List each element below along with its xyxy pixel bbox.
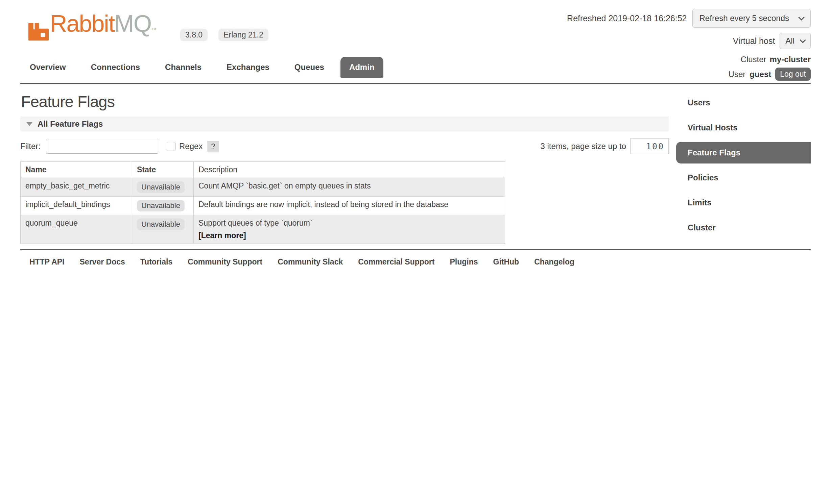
chevron-down-icon (800, 37, 806, 43)
items-summary: 3 items, page size up to (541, 142, 626, 151)
cluster-name: my-cluster (770, 55, 811, 64)
sidebar-item-policies[interactable]: Policies (676, 165, 811, 190)
sidebar-item-users[interactable]: Users (676, 90, 811, 115)
table-row: implicit_default_bindings Unavailable De… (21, 197, 505, 215)
table-row: quorum_queue Unavailable Support queues … (21, 215, 505, 244)
erlang-badge: Erlang 21.2 (218, 29, 268, 41)
rabbitmq-management-page: RabbitMQ™ 3.8.0 Erlang 21.2 Refreshed 20… (0, 0, 831, 504)
status-badge: Unavailable (137, 181, 185, 193)
header-status-area: Refreshed 2019-02-18 16:26:52 Refresh ev… (567, 9, 811, 81)
nav-tab-channels[interactable]: Channels (156, 57, 210, 78)
status-badge: Unavailable (137, 219, 185, 230)
rabbitmq-logo[interactable]: RabbitMQ™ (28, 13, 157, 41)
footer-link-changelog[interactable]: Changelog (534, 257, 574, 267)
flag-name: quorum_queue (21, 215, 132, 244)
flag-description: Default bindings are now implicit, inste… (194, 197, 505, 215)
nav-tab-exchanges[interactable]: Exchanges (218, 57, 278, 78)
learn-more-link[interactable]: [Learn more] (198, 231, 246, 240)
main-nav: Overview Connections Channels Exchanges … (21, 57, 391, 78)
section-header-all-feature-flags[interactable]: All Feature Flags (20, 117, 669, 131)
page-title: Feature Flags (21, 92, 669, 111)
column-header-name: Name (21, 162, 132, 178)
footer-link-community-slack[interactable]: Community Slack (278, 257, 343, 267)
footer-link-tutorials[interactable]: Tutorials (140, 257, 172, 267)
footer-link-http-api[interactable]: HTTP API (29, 257, 65, 267)
nav-tab-queues[interactable]: Queues (286, 57, 333, 78)
nav-divider (20, 83, 811, 84)
regex-help-button[interactable]: ? (207, 141, 219, 152)
brand-text: RabbitMQ™ (50, 13, 157, 41)
cluster-label: Cluster (741, 55, 766, 64)
flag-name: empty_basic_get_metric (21, 178, 132, 197)
table-header-row: Name State Description (21, 162, 505, 178)
flag-name: implicit_default_bindings (21, 197, 132, 215)
regex-checkbox[interactable] (167, 142, 176, 151)
filter-row: Filter: Regex ? 3 items, page size up to (20, 138, 669, 154)
footer-link-github[interactable]: GitHub (493, 257, 519, 267)
version-badge: 3.8.0 (180, 29, 208, 41)
version-badges: 3.8.0 Erlang 21.2 (180, 29, 268, 41)
footer-divider (20, 249, 811, 250)
section-title: All Feature Flags (38, 119, 103, 129)
sidebar-item-virtual-hosts[interactable]: Virtual Hosts (676, 115, 811, 140)
sidebar-item-feature-flags[interactable]: Feature Flags (676, 142, 811, 163)
refresh-interval-select[interactable]: Refresh every 5 seconds (692, 9, 811, 28)
flag-description: Count AMQP `basic.get` on empty queues i… (194, 178, 505, 197)
admin-sidebar: Users Virtual Hosts Feature Flags Polici… (676, 90, 811, 240)
main-content: Feature Flags All Feature Flags Filter: … (20, 90, 669, 244)
status-badge: Unavailable (137, 200, 185, 211)
sidebar-item-cluster[interactable]: Cluster (676, 215, 811, 240)
footer-links: HTTP API Server Docs Tutorials Community… (29, 257, 574, 267)
page-size-input[interactable] (630, 138, 669, 154)
feature-flags-table: Name State Description empty_basic_get_m… (20, 161, 505, 244)
logout-button[interactable]: Log out (775, 68, 811, 81)
nav-tab-connections[interactable]: Connections (82, 57, 149, 78)
chevron-down-icon (798, 14, 804, 20)
nav-tab-admin[interactable]: Admin (340, 57, 383, 78)
table-row: empty_basic_get_metric Unavailable Count… (21, 178, 505, 197)
column-header-state: State (132, 162, 194, 178)
regex-label: Regex (179, 142, 203, 151)
rabbit-icon (28, 19, 49, 41)
virtual-host-label: Virtual host (733, 36, 775, 46)
username: guest (750, 70, 771, 79)
column-header-description: Description (194, 162, 505, 178)
flag-description: Support queues of type `quorum` (198, 219, 313, 227)
collapse-triangle-icon (26, 122, 32, 126)
refreshed-timestamp: Refreshed 2019-02-18 16:26:52 (567, 14, 687, 23)
user-label: User (729, 70, 746, 79)
nav-tab-overview[interactable]: Overview (21, 57, 75, 78)
footer-link-community-support[interactable]: Community Support (188, 257, 262, 267)
footer-link-plugins[interactable]: Plugins (450, 257, 478, 267)
filter-input[interactable] (46, 139, 158, 154)
virtual-host-select[interactable]: All (780, 33, 811, 49)
sidebar-item-limits[interactable]: Limits (676, 190, 811, 215)
footer-link-server-docs[interactable]: Server Docs (80, 257, 125, 267)
footer-link-commercial-support[interactable]: Commercial Support (358, 257, 434, 267)
filter-label: Filter: (20, 142, 41, 151)
